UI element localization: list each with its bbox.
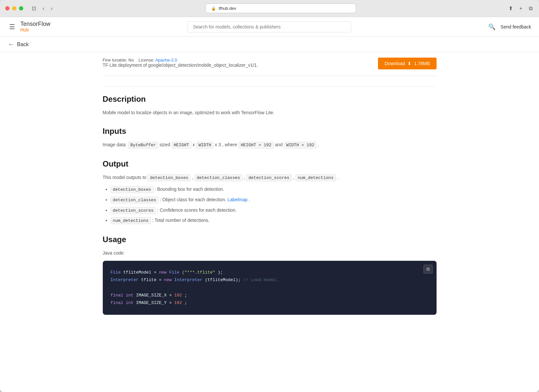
back-bar: ← Back — [0, 37, 539, 52]
tabs-button[interactable]: ⧉ — [528, 4, 534, 13]
fine-tunable-text: Fine tunable: No — [103, 58, 134, 62]
inputs-x2: x 3 , where — [215, 142, 238, 147]
code-kw-new2: new — [164, 277, 174, 282]
output-bullet-numdet: num_detections : Total number of detecti… — [111, 217, 437, 224]
output-title: Output — [103, 159, 437, 169]
detection-classes-code-intro: detection_classes — [194, 174, 243, 181]
code-line-blank — [111, 284, 429, 291]
brand: TensorFlow Hub — [20, 21, 50, 32]
top-nav: ☰ TensorFlow Hub 🔍 Send feedback — [0, 17, 539, 37]
code-var-tflite: tflite = — [141, 277, 164, 282]
inputs-prefix: Image data: — [103, 142, 128, 147]
code-semi2: ; — [185, 300, 187, 305]
inputs-sized: sized — [159, 142, 171, 147]
browser-window: ⊡ ‹ › 🔒 tfhub.dev ⬆ + ⧉ ☰ TensorFlow Hub — [0, 0, 539, 392]
bytebuffer-code: ByteBuffer — [128, 142, 158, 149]
back-label: Back — [17, 42, 29, 47]
code-line-3: final int IMAGE_SIZE_X = 192 ; — [111, 292, 429, 299]
output-prefix: This model outputs to — [103, 175, 148, 180]
copy-code-button[interactable]: ⧉ — [423, 265, 433, 274]
minimize-button[interactable] — [12, 6, 16, 10]
browser-controls: ⊡ ‹ › — [30, 4, 55, 13]
model-description-short: TF Lite deployment of google/object_dete… — [103, 62, 258, 68]
output-bullet-classes: detection_classes : Object class for eac… — [111, 196, 437, 204]
code-str-tflite: ("***.tflite" — [182, 270, 215, 275]
description-text: Mobile model to localize objects in an i… — [103, 109, 437, 116]
main-content: Fine tunable: No License: Apache-2.0 TF … — [90, 52, 450, 338]
close-button[interactable] — [5, 6, 9, 10]
forward-nav-button[interactable]: › — [49, 4, 54, 13]
code-num-192a: 192 — [174, 293, 182, 298]
code-tflitemodel-arg: (tfliteModel); — [205, 277, 243, 282]
code-comment-load: // Load model. — [243, 277, 279, 282]
model-meta: Fine tunable: No License: Apache-2.0 — [103, 58, 258, 62]
height-eq-code: HEIGHT = 192 — [239, 142, 274, 149]
code-block-wrapper: ⧉ File tfliteModel = new File ("***.tfli… — [103, 261, 437, 315]
code-interpreter-class2: Interpreter — [174, 277, 203, 282]
code-kw-new1: new — [159, 270, 167, 275]
width-eq-code: WIDTH = 192 — [284, 142, 316, 149]
usage-section: Usage Java code: ⧉ File tfliteModel = ne… — [103, 235, 437, 314]
send-feedback-button[interactable]: Send feedback — [501, 24, 531, 29]
browser-action-buttons: ⬆ + ⧉ — [507, 4, 534, 13]
download-button[interactable]: Download ⬇ 1.78MB — [378, 58, 437, 69]
lock-icon: 🔒 — [211, 6, 216, 11]
hamburger-menu-button[interactable]: ☰ — [8, 22, 16, 32]
detection-boxes-code-intro: detection_boxes — [148, 174, 190, 181]
model-meta-left: Fine tunable: No License: Apache-2.0 TF … — [103, 58, 258, 70]
code-file-class2: File — [169, 270, 179, 275]
num-detections-code-intro: num_detections — [296, 174, 336, 181]
sidebar-toggle-button[interactable]: ⊡ — [30, 4, 38, 13]
nav-left: ☰ TensorFlow Hub — [8, 21, 50, 32]
divider — [103, 86, 437, 87]
back-button[interactable]: ← — [8, 41, 14, 48]
code-line-4: final int IMAGE_SIZE_Y = 192 ; — [111, 299, 429, 307]
brand-tensorflow: TensorFlow — [20, 21, 50, 27]
search-input[interactable] — [188, 21, 351, 32]
usage-title: Usage — [103, 235, 437, 244]
code-line-2: Interpreter tflite = new Interpreter (tf… — [111, 276, 429, 284]
address-bar[interactable]: 🔒 tfhub.dev — [206, 4, 356, 13]
maximize-button[interactable] — [19, 6, 23, 10]
output-bullet-scores: detection_scores : Confidence scores for… — [111, 206, 437, 214]
url-text: tfhub.dev — [219, 6, 236, 11]
brand-hub: Hub — [20, 27, 50, 32]
code-interpreter-class: Interpreter — [111, 277, 139, 282]
model-header: Fine tunable: No License: Apache-2.0 TF … — [103, 52, 437, 76]
code-kw-int1: int — [126, 293, 133, 298]
detection-scores-code-intro: detection_scores — [246, 174, 292, 181]
output-bullet-boxes: detection_boxes : Bounding box for each … — [111, 186, 437, 193]
license-link[interactable]: Apache-2.0 — [155, 58, 177, 62]
detection-classes-code: detection_classes — [111, 197, 159, 204]
new-tab-button[interactable]: + — [518, 4, 524, 13]
description-section: Description Mobile model to localize obj… — [103, 95, 437, 116]
share-button[interactable]: ⬆ — [507, 4, 514, 13]
code-var-tflitemodel: tfliteModel = — [123, 270, 159, 275]
code-var-imagey: IMAGE_SIZE_Y = — [136, 300, 174, 305]
nav-right: 🔍 Send feedback — [488, 23, 531, 30]
height-var-code: HEIGHT — [171, 142, 191, 149]
inputs-x1: x — [193, 142, 196, 147]
address-bar-container: 🔒 tfhub.dev — [59, 4, 503, 13]
inputs-text: Image data: ByteBuffer sized HEIGHT x WI… — [103, 141, 437, 149]
browser-titlebar: ⊡ ‹ › 🔒 tfhub.dev ⬆ + ⧉ — [0, 0, 539, 17]
license-label: License: — [138, 58, 154, 62]
detection-scores-code: detection_scores — [111, 207, 156, 214]
code-semi1: ; — [185, 293, 187, 298]
output-section: Output This model outputs to detection_b… — [103, 159, 437, 224]
code-kw-final2: final — [111, 300, 126, 305]
search-input-wrap — [188, 21, 351, 32]
search-icon-button[interactable]: 🔍 — [488, 23, 495, 30]
output-bullet-list: detection_boxes : Bounding box for each … — [103, 186, 437, 224]
code-block: File tfliteModel = new File ("***.tflite… — [111, 269, 429, 307]
code-file-class: File — [111, 270, 121, 275]
labelmap-link[interactable]: Labelmap — [227, 197, 248, 202]
inputs-title: Inputs — [103, 127, 437, 136]
code-var-imagex: IMAGE_SIZE_X = — [136, 293, 174, 298]
back-nav-button[interactable]: ‹ — [41, 4, 46, 13]
nav-search — [50, 21, 488, 32]
width-var-code: WIDTH — [196, 142, 213, 149]
code-num-192b: 192 — [174, 300, 182, 305]
detection-boxes-code: detection_boxes — [111, 186, 153, 193]
download-icon: ⬇ — [407, 61, 411, 66]
